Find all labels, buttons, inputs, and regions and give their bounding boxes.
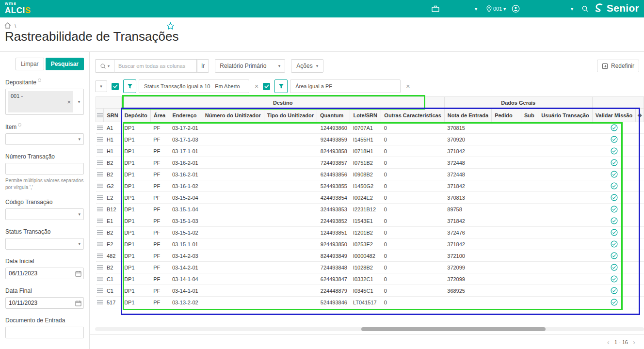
validar-missao-check-icon[interactable] xyxy=(592,157,635,169)
validar-missao-check-icon[interactable] xyxy=(592,250,635,262)
row-menu-icon[interactable] xyxy=(96,262,104,273)
codigo-transacao-select[interactable]: ▾ xyxy=(5,208,84,220)
clear-token-icon[interactable]: × xyxy=(67,98,71,106)
filters-dropdown-button[interactable]: ▾ xyxy=(95,80,107,92)
validar-missao-check-icon[interactable] xyxy=(592,180,635,192)
table-row[interactable]: C1DP1PF03-14-1-01224448879I0345C10368925 xyxy=(96,285,644,297)
table-row[interactable]: H1DP1PF03-17-1-01824493858I0718H10371842 xyxy=(96,145,644,157)
validar-missao-check-icon[interactable] xyxy=(592,215,635,227)
table-row[interactable]: B2DP1PF03-16-2-01724493857I0751B20372448 xyxy=(96,157,644,169)
filter-funnel-icon[interactable] xyxy=(123,79,136,93)
col-header-sub[interactable]: Sub xyxy=(521,109,538,122)
table-row[interactable]: B2DP1PF03-16-2-01624493856I0908B20372448 xyxy=(96,169,644,180)
remove-filter-icon[interactable]: × xyxy=(255,82,258,90)
go-button[interactable]: Ir xyxy=(197,59,209,73)
calendar-icon[interactable] xyxy=(75,300,81,308)
table-row[interactable]: E1DP1PF03-15-1-03224493852I1543E10371842 xyxy=(96,215,644,227)
search-icon[interactable] xyxy=(581,5,589,13)
col-header-endereco[interactable]: Endereço xyxy=(169,109,202,122)
table-row[interactable]: H1DP1PF03-17-1-03924493859I1455H10370920 xyxy=(96,134,644,145)
row-menu-icon[interactable] xyxy=(96,250,104,262)
row-menu-icon[interactable] xyxy=(96,215,104,227)
col-header-pedido[interactable]: Pedido xyxy=(492,109,521,122)
table-row[interactable]: A1DP1PF03-17-2-01124493860I0707A10370815 xyxy=(96,122,644,134)
validar-missao-check-icon[interactable] xyxy=(592,192,635,204)
chevron-down-icon[interactable]: ▾ xyxy=(571,6,573,12)
validar-missao-check-icon[interactable] xyxy=(592,134,635,145)
status-transacao-select[interactable]: ▾ xyxy=(5,238,84,250)
item-select[interactable]: ▾ xyxy=(5,133,84,145)
validar-missao-check-icon[interactable] xyxy=(592,122,635,134)
depositante-field[interactable]: 001 - × ▾ xyxy=(5,89,84,115)
validar-missao-check-icon[interactable] xyxy=(592,273,635,285)
validar-missao-check-icon[interactable] xyxy=(592,204,635,215)
next-page-icon[interactable]: › xyxy=(633,338,635,346)
table-row[interactable]: B2DP1PF03-14-2-01724493848I1028B20372099 xyxy=(96,262,644,273)
validar-missao-check-icon[interactable] xyxy=(592,238,635,250)
validar-missao-check-icon[interactable] xyxy=(592,262,635,273)
table-row[interactable]: 517DP1PF03-13-2-02524493846LT0415170 xyxy=(96,297,644,308)
filter-funnel-icon[interactable] xyxy=(274,79,288,93)
chevron-down-icon[interactable]: ▾ xyxy=(475,6,477,12)
row-menu-icon[interactable] xyxy=(96,122,104,134)
user-icon[interactable] xyxy=(512,5,520,13)
location-selector[interactable]: 001 ▾ xyxy=(486,5,506,12)
col-header-area[interactable]: Área xyxy=(150,109,169,122)
col-header-outras-caracteristicas[interactable]: Outras Características xyxy=(381,109,444,122)
row-menu-icon[interactable] xyxy=(96,273,104,285)
briefcase-icon[interactable] xyxy=(432,5,439,13)
row-menu-icon[interactable] xyxy=(96,134,104,145)
validar-missao-check-icon[interactable] xyxy=(592,227,635,238)
row-menu-icon[interactable] xyxy=(96,238,104,250)
table-row[interactable]: C1DP1PF03-14-1-04624493847I0332C10372099 xyxy=(96,273,644,285)
numero-transacao-input[interactable] xyxy=(5,163,84,174)
col-header-deposito[interactable]: Depósito xyxy=(121,109,150,122)
validar-missao-check-icon[interactable] xyxy=(592,169,635,180)
col-header-usuario-transacao[interactable]: Usuário Transação xyxy=(538,109,592,122)
row-menu-icon[interactable] xyxy=(96,180,104,192)
acoes-button[interactable]: Ações ▾ xyxy=(291,59,323,73)
table-row[interactable]: E2DP1PF03-15-2-04424493854I0024E20370813 xyxy=(96,192,644,204)
pesquisar-button[interactable]: Pesquisar xyxy=(46,58,84,70)
remove-filter-icon[interactable]: × xyxy=(406,82,410,90)
filter-checkbox[interactable] xyxy=(112,83,119,90)
table-row[interactable]: E2DP1PF03-15-1-01924493850I0253E20371842 xyxy=(96,238,644,250)
data-final-input[interactable] xyxy=(5,297,84,309)
col-header-srn[interactable]: SRN xyxy=(104,109,121,122)
chevron-down-icon[interactable]: ▾ xyxy=(75,89,83,114)
col-header-validar-missao[interactable]: Validar Missão xyxy=(592,109,635,122)
table-row[interactable]: G2DP1PF03-16-1-02524493855I1450G20371842 xyxy=(96,180,644,192)
validar-missao-check-icon[interactable] xyxy=(592,285,635,297)
filter-checkbox[interactable] xyxy=(263,83,270,90)
report-select[interactable]: Relatório Primário ▾ xyxy=(215,59,285,73)
data-inicial-input[interactable] xyxy=(5,268,84,279)
limpar-button[interactable]: Limpar xyxy=(16,58,44,70)
row-menu-icon[interactable] xyxy=(96,285,104,297)
filter-chip[interactable]: Área igual a PF xyxy=(290,79,401,93)
search-scope-button[interactable]: ▾ xyxy=(95,59,114,73)
col-header-numero-unitizador[interactable]: Número do Unitizador xyxy=(202,109,264,122)
expand-column-icon[interactable]: ◈ xyxy=(636,109,644,122)
filter-chip[interactable]: Status Transação igual a 10 - Em Aberto xyxy=(139,79,249,93)
horizontal-scrollbar[interactable] xyxy=(95,327,644,331)
validar-missao-check-icon[interactable] xyxy=(592,297,635,308)
row-menu-icon[interactable] xyxy=(96,145,104,157)
table-menu-icon[interactable] xyxy=(96,109,104,122)
table-row[interactable]: B12DP1PF03-15-1-04324493853I2231B1208975… xyxy=(96,204,644,215)
search-input[interactable] xyxy=(114,59,197,73)
row-menu-icon[interactable] xyxy=(96,157,104,169)
row-menu-icon[interactable] xyxy=(96,227,104,238)
col-header-quantum[interactable]: Quantum xyxy=(317,109,350,122)
col-header-lote-srn[interactable]: Lote/SRN xyxy=(350,109,381,122)
row-menu-icon[interactable] xyxy=(96,192,104,204)
col-header-tipo-unitizador[interactable]: Tipo do Unitizador xyxy=(264,109,317,122)
table-row[interactable]: 482DP1PF03-14-2-03824493849I000048203721… xyxy=(96,250,644,262)
col-header-nota-entrada[interactable]: Nota de Entrada xyxy=(444,109,491,122)
row-menu-icon[interactable] xyxy=(96,169,104,180)
prev-page-icon[interactable]: ‹ xyxy=(607,338,610,346)
scrollbar-thumb[interactable] xyxy=(361,327,546,331)
redefinir-button[interactable]: Redefinir xyxy=(597,60,639,72)
row-menu-icon[interactable] xyxy=(96,297,104,308)
row-menu-icon[interactable] xyxy=(96,204,104,215)
table-row[interactable]: B2DP1PF03-15-1-02124493851I1201B20372476 xyxy=(96,227,644,238)
